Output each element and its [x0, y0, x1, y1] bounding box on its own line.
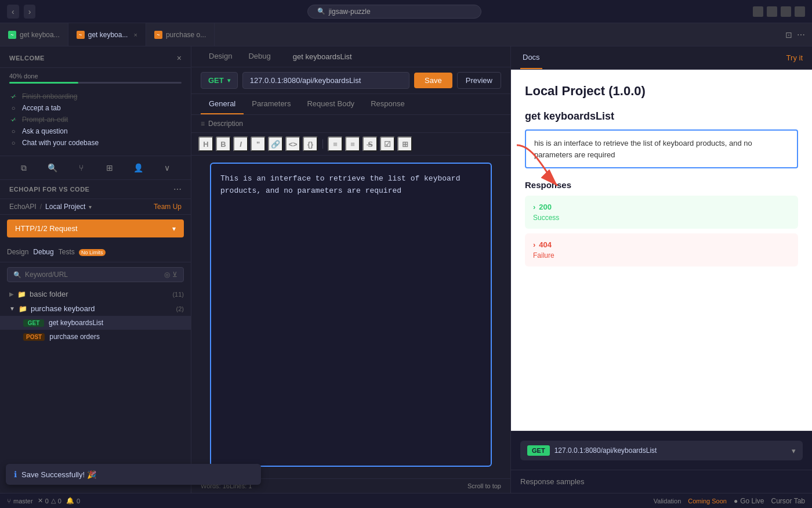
toolbar-heading-btn[interactable]: H	[198, 136, 213, 152]
request-tab-general[interactable]: General	[201, 94, 244, 114]
docs-tab[interactable]: Docs	[520, 46, 542, 69]
nav-forward-button[interactable]: ›	[24, 5, 36, 19]
layout-icon[interactable]	[781, 6, 791, 17]
tab-get-keyboards-1[interactable]: ~ get keyboa...	[0, 23, 68, 46]
breadcrumb-project[interactable]: Local Project	[45, 203, 85, 211]
docs-header: Docs Try it	[511, 46, 812, 70]
docs-description-box: his is an interface to retrieve the list…	[525, 129, 798, 168]
search-icon-sidebar: 🔍	[13, 271, 21, 279]
method-select[interactable]: GET ▾	[201, 72, 238, 89]
echoapi-more-icon[interactable]: ⋯	[173, 185, 182, 194]
save-button[interactable]: Save	[414, 73, 452, 88]
sidebar-toggle-icon[interactable]	[753, 6, 763, 17]
onboarding-item-ask[interactable]: ○ Ask a question	[9, 125, 182, 137]
folder-item-basic[interactable]: ▶ 📁 basic folder (11)	[0, 287, 191, 301]
content-tab-design[interactable]: Design	[201, 46, 240, 67]
toolbar-strike-btn[interactable]: S̶	[362, 136, 378, 152]
response-samples-label: Response samples	[520, 477, 585, 486]
onboarding-item-finish[interactable]: ✓ Finish onboarding	[9, 91, 182, 102]
split-view-icon[interactable]: ⊡	[785, 30, 792, 39]
filter-icon[interactable]: ⊻	[172, 271, 177, 279]
toolbar-table-btn[interactable]: ⊞	[397, 136, 412, 152]
more-tabs-icon[interactable]: ⋯	[797, 30, 805, 39]
toolbar-bold-btn[interactable]: B	[216, 136, 231, 152]
main-layout: WELCOME × 40% done ✓ Finish onboarding ○…	[0, 46, 812, 493]
onboarding-label-prompt: Prompt-an-edit	[22, 116, 68, 124]
url-text: jigsaw-puzzle	[329, 8, 371, 16]
tab-purchase-orders[interactable]: ~ purchase o...	[146, 23, 215, 46]
search-nav-icon[interactable]: 🔍	[45, 161, 59, 175]
preview-button[interactable]: Preview	[457, 72, 501, 89]
chevron-nav-icon[interactable]: ∨	[160, 161, 174, 175]
settings-icon[interactable]	[795, 6, 805, 17]
docs-bottom-url-bar[interactable]: GET 127.0.0.1:8080/api/keyboardsList ▾	[520, 441, 803, 460]
warning-count: 0	[58, 498, 61, 505]
docs-bottom-expand-icon[interactable]: ▾	[792, 446, 796, 455]
docs-responses-title: Responses	[525, 180, 798, 190]
docs-panel: Docs Try it Local Project (1.0.0) get ke…	[510, 46, 812, 493]
panel-toggle-icon[interactable]	[767, 6, 777, 17]
response-item-404[interactable]: › 404 Failure	[525, 233, 798, 266]
breadcrumb-root[interactable]: EchoAPI	[9, 203, 37, 211]
onboarding-label-finish: Finish onboarding	[22, 92, 77, 100]
request-tab-body[interactable]: Request Body	[299, 94, 362, 114]
tab-get-keyboards-2[interactable]: ~ get keyboa... ×	[68, 23, 146, 46]
tab-actions: ⊡ ⋯	[785, 30, 812, 39]
status-errors[interactable]: ✕ 0 △ 0	[38, 497, 61, 505]
http-request-button[interactable]: HTTP/1/2 Request ▾	[7, 219, 184, 237]
toolbar-code-btn[interactable]: <>	[285, 136, 300, 152]
fork-nav-icon[interactable]: ⑂	[74, 161, 88, 175]
cursor-tab-button[interactable]: Cursor Tab	[771, 497, 805, 505]
nav-back-button[interactable]: ‹	[7, 5, 19, 19]
content-tab-debug[interactable]: Debug	[240, 46, 278, 67]
sidebar-tab-design[interactable]: Design	[7, 247, 28, 257]
toolbar-link-btn[interactable]: 🔗	[268, 136, 283, 152]
team-up-button[interactable]: Team Up	[154, 203, 182, 211]
scroll-to-top-button[interactable]: Scroll to top	[467, 482, 501, 489]
toolbar-numlist-btn[interactable]: ≡	[345, 136, 360, 152]
tab-close-button[interactable]: ×	[133, 31, 137, 38]
sidebar-close-button[interactable]: ×	[177, 53, 182, 63]
url-input[interactable]	[242, 72, 409, 89]
sidebar-tab-tests[interactable]: Tests No Limits	[59, 247, 106, 257]
copy-nav-icon[interactable]: ⧉	[17, 161, 31, 175]
address-bar[interactable]: 🔍 jigsaw-puzzle	[307, 5, 481, 19]
editor-content[interactable]: This is an interface to retrieve the lis…	[210, 163, 492, 467]
tab-label-2: get keyboa...	[88, 31, 128, 39]
onboarding-item-prompt[interactable]: ✓ Prompt-an-edit	[9, 114, 182, 125]
onboarding-item-accept[interactable]: ○ Accept a tab	[9, 102, 182, 114]
status-notifications[interactable]: 🔔 0	[66, 497, 80, 505]
sidebar-search-bar[interactable]: 🔍 ◎ ⊻	[7, 267, 184, 282]
folder-item-purchase[interactable]: ▼ 📁 purchase keyboard (2)	[0, 301, 191, 316]
git-branch[interactable]: ⑂ master	[7, 498, 33, 505]
target-icon[interactable]: ◎	[164, 271, 170, 279]
api-item-purchase-orders[interactable]: POST purchase orders	[0, 330, 191, 344]
bell-icon: 🔔	[66, 497, 74, 505]
onboarding-item-chat[interactable]: ○ Chat with your codebase	[9, 137, 182, 149]
request-tab-parameters[interactable]: Parameters	[244, 94, 299, 114]
toolbar-json-btn[interactable]: {}	[303, 136, 318, 152]
search-input[interactable]	[25, 271, 161, 279]
toolbar-quote-btn[interactable]: "	[251, 136, 266, 152]
grid-nav-icon[interactable]: ⊞	[103, 161, 117, 175]
check-icon-done-prompt: ✓	[9, 116, 17, 124]
toolbar-italic-btn[interactable]: I	[233, 136, 248, 152]
api-item-get-keyboards[interactable]: GET get keyboardsList	[0, 316, 191, 330]
notification-bar: ℹ Save Successfully! 🎉	[6, 464, 261, 485]
response-item-200[interactable]: › 200 Success	[525, 196, 798, 229]
breadcrumb-dropdown-icon[interactable]: ▾	[89, 204, 92, 210]
person-nav-icon[interactable]: 👤	[132, 161, 146, 175]
check-icon-circle-chat: ○	[9, 139, 17, 147]
response-label-200: Success	[533, 214, 790, 222]
top-bar: ‹ › 🔍 jigsaw-puzzle	[0, 0, 812, 23]
main-content-area: Design Debug get keyboardsList GET ▾ Sav…	[191, 46, 510, 493]
try-it-button[interactable]: Try it	[786, 53, 803, 62]
git-branch-name: master	[13, 498, 33, 505]
request-tab-response[interactable]: Response	[362, 94, 413, 114]
toolbar-list-btn[interactable]: ≡	[328, 136, 343, 152]
validation-label: Validation	[654, 498, 682, 505]
error-icon: ✕	[38, 497, 43, 505]
sidebar-tab-debug[interactable]: Debug	[33, 247, 53, 257]
toolbar-check-btn[interactable]: ☑	[380, 136, 395, 152]
go-live-button[interactable]: ● Go Live	[734, 497, 764, 505]
